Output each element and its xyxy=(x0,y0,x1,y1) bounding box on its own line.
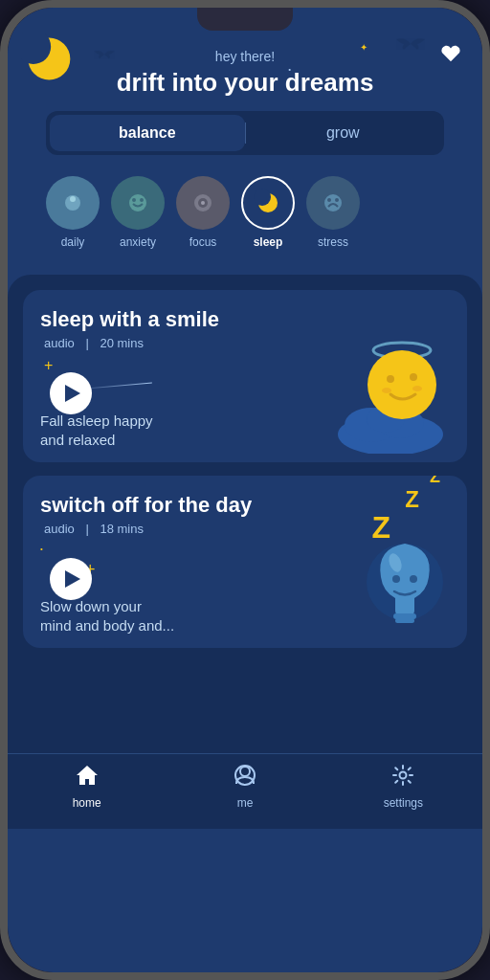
category-sleep-label: sleep xyxy=(254,235,283,249)
card-sleep-smile[interactable]: sleep with a smile audio | 20 mins + xyxy=(23,290,467,462)
tab-balance[interactable]: balance xyxy=(50,115,245,151)
main-title: drift into your dreams xyxy=(27,68,463,98)
card1-duration: 20 mins xyxy=(100,336,144,350)
svg-marker-31 xyxy=(77,766,98,785)
nav-home-label: home xyxy=(73,796,101,810)
card2-description: Slow down your mind and body and... xyxy=(40,597,174,635)
svg-point-22 xyxy=(410,373,417,381)
nav-settings-label: settings xyxy=(384,796,423,810)
categories-list: daily anxiety xyxy=(27,168,463,260)
svg-point-29 xyxy=(392,575,400,583)
category-anxiety-circle xyxy=(111,176,165,230)
category-daily-circle xyxy=(46,176,100,230)
card2-illustration: Z Z Z xyxy=(362,529,448,638)
person-icon xyxy=(234,764,256,792)
svg-point-3 xyxy=(70,196,76,202)
moon-face-svg xyxy=(362,339,443,425)
svg-point-34 xyxy=(400,772,407,779)
category-sleep-circle xyxy=(241,176,295,230)
card1-illustration xyxy=(328,377,453,457)
category-anxiety-label: anxiety xyxy=(120,235,156,249)
plus-deco-1: + xyxy=(44,357,53,374)
card2-play-button[interactable] xyxy=(50,558,92,600)
svg-point-30 xyxy=(410,575,417,583)
category-stress-label: stress xyxy=(318,235,348,249)
svg-point-6 xyxy=(140,198,144,202)
nav-me-label: me xyxy=(237,796,254,810)
svg-point-14 xyxy=(335,198,339,202)
category-focus[interactable]: focus xyxy=(176,176,230,249)
content-area: sleep with a smile audio | 20 mins + xyxy=(8,275,482,753)
dot-deco-1: • xyxy=(40,545,43,553)
phone-screen: ✦ • hey there! drift into your dream xyxy=(8,8,482,972)
tab-switcher: balance grow xyxy=(46,111,444,155)
category-stress-circle xyxy=(306,176,360,230)
svg-rect-27 xyxy=(395,618,414,623)
card1-play-button[interactable] xyxy=(50,372,92,414)
greeting: hey there! xyxy=(27,49,463,64)
notch xyxy=(197,8,293,31)
stress-icon xyxy=(320,189,346,216)
svg-point-4 xyxy=(129,194,146,212)
svg-point-32 xyxy=(240,767,250,776)
category-daily[interactable]: daily xyxy=(46,176,100,249)
card2-type: audio xyxy=(44,522,75,536)
zzz-medium: Z xyxy=(405,486,419,513)
category-focus-circle xyxy=(176,176,230,230)
anxiety-icon xyxy=(124,189,151,216)
header: ✦ • hey there! drift into your dream xyxy=(8,8,482,275)
card-switch-off[interactable]: switch off for the day audio | 18 mins •… xyxy=(23,476,467,648)
bottom-nav: home me xyxy=(8,753,482,829)
sleep-icon xyxy=(253,188,283,218)
zzz-small: Z xyxy=(430,476,440,487)
tab-grow[interactable]: grow xyxy=(246,115,441,151)
card1-type: audio xyxy=(44,336,75,350)
svg-point-5 xyxy=(132,198,136,202)
category-daily-label: daily xyxy=(61,235,85,249)
screen-content: ✦ • hey there! drift into your dream xyxy=(8,8,482,972)
nav-home[interactable]: home xyxy=(54,764,121,810)
card1-title: sleep with a smile xyxy=(40,307,450,332)
play-triangle-1 xyxy=(65,385,80,402)
svg-point-23 xyxy=(382,388,391,393)
svg-point-9 xyxy=(201,201,205,205)
play-triangle-2 xyxy=(65,570,80,588)
phone-frame: ✦ • hey there! drift into your dream xyxy=(0,0,490,980)
category-anxiety[interactable]: anxiety xyxy=(111,176,165,249)
svg-point-13 xyxy=(327,198,331,202)
nav-me[interactable]: me xyxy=(212,764,278,810)
gear-icon xyxy=(391,764,414,792)
svg-point-11 xyxy=(254,189,271,206)
category-stress[interactable]: stress xyxy=(306,176,360,249)
svg-point-21 xyxy=(387,375,394,383)
focus-icon xyxy=(189,189,216,216)
card1-separator: | xyxy=(85,336,92,350)
svg-point-20 xyxy=(368,350,436,419)
category-focus-label: focus xyxy=(189,235,217,249)
card2-duration: 18 mins xyxy=(100,522,144,536)
moon-face-deco xyxy=(362,339,443,429)
card2-separator: | xyxy=(85,522,92,536)
card1-description: Fall asleep happy and relaxed xyxy=(40,412,153,449)
category-sleep[interactable]: sleep xyxy=(241,176,295,249)
daily-icon xyxy=(59,189,86,216)
home-icon xyxy=(75,764,100,792)
nav-settings[interactable]: settings xyxy=(369,764,436,810)
zzz-large: Z xyxy=(371,510,390,546)
svg-point-24 xyxy=(412,386,422,391)
